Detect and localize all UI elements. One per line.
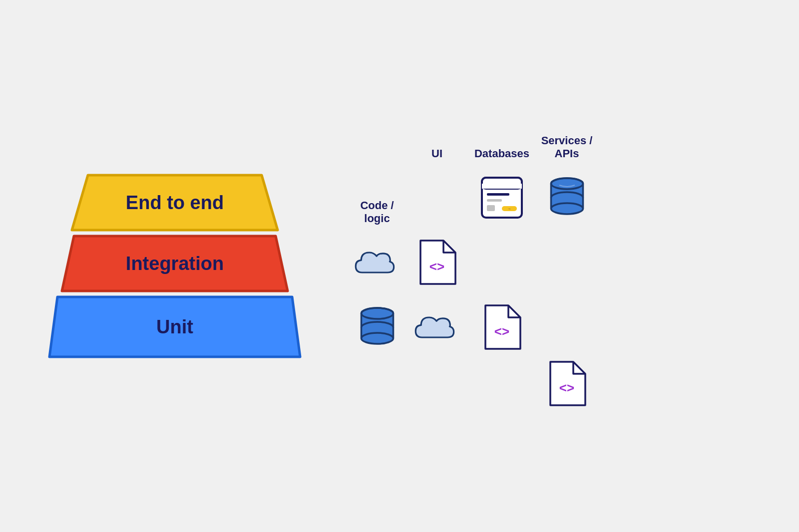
svg-text:<>: <> (494, 324, 509, 339)
db-icon-cell-row1 (543, 174, 591, 221)
svg-text:<>: <> (429, 259, 444, 274)
grid-section: UI Databases Services /APIs Code /logic … (330, 125, 749, 407)
cloud-icon-cell-row1 (352, 243, 402, 282)
integration-layer: Integration (60, 234, 290, 293)
code-icon-cell-row1: <> (416, 239, 457, 286)
code-icon-1: <> (416, 239, 457, 286)
cloud-icon-1 (352, 243, 402, 282)
ui-icon-cell-row1: → (479, 175, 524, 220)
col-header-ui: UI (431, 147, 442, 165)
unit-layer: Unit (47, 295, 302, 359)
code-icon-3: <> (546, 360, 587, 407)
svg-rect-6 (487, 193, 509, 196)
end-to-end-label: End to end (126, 192, 224, 214)
end-to-end-layer: End to end (70, 173, 280, 232)
svg-rect-7 (487, 199, 502, 202)
database-icon-2 (354, 303, 401, 351)
cloud-icon-2 (412, 307, 462, 347)
ui-icon: → (479, 175, 524, 220)
svg-text:<>: <> (559, 380, 574, 395)
database-icon-1 (543, 174, 591, 221)
code-icon-cell-row3: <> (546, 360, 587, 407)
main-container: End to end Integration Unit UI Databases… (50, 66, 749, 466)
col-header-services: Services /APIs (541, 134, 593, 165)
svg-rect-5 (482, 184, 522, 189)
code-icon-cell-row2: <> (481, 303, 522, 351)
svg-rect-8 (487, 205, 495, 211)
svg-point-23 (361, 333, 393, 344)
unit-label: Unit (156, 316, 193, 338)
integration-label: Integration (126, 253, 224, 274)
db-icon-cell-row2 (354, 303, 401, 351)
code-icon-2: <> (481, 303, 522, 351)
pyramid-section: End to end Integration Unit (50, 173, 300, 359)
cloud-icon-cell-row2 (412, 307, 462, 347)
col-header-databases: Databases (474, 147, 529, 165)
svg-text:→: → (508, 207, 511, 211)
col-header-code: Code /logic (360, 199, 394, 230)
svg-point-16 (551, 203, 583, 214)
